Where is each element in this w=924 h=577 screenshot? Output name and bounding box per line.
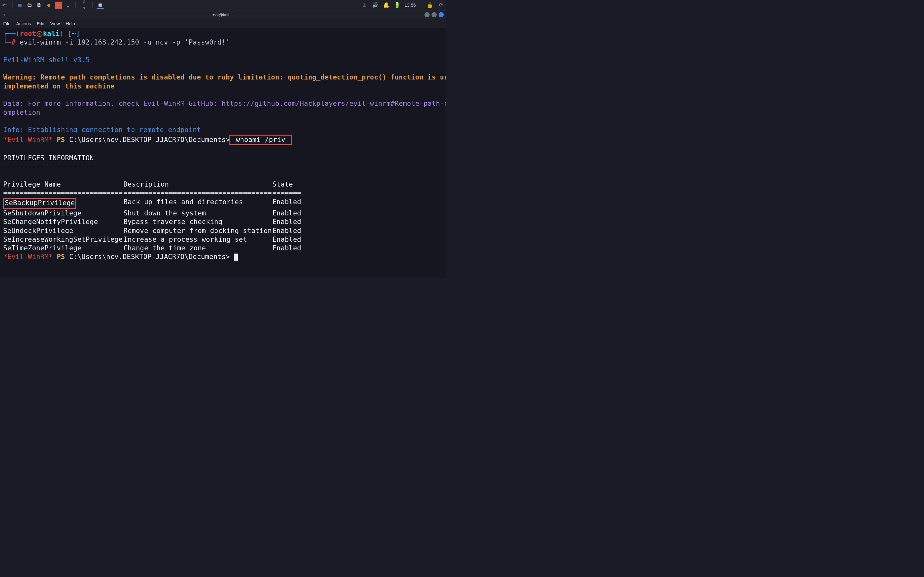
priv-desc: Remove computer from docking station: [124, 227, 272, 235]
rule-name: =============================: [3, 189, 124, 197]
evil-winrm-prompt: *Evil-WinRM*: [3, 136, 53, 143]
minimize-button[interactable]: [425, 12, 430, 17]
skull-icon: ㉿: [36, 30, 43, 37]
separator: [75, 2, 76, 8]
rule-desc: ====================================: [124, 189, 272, 197]
table-row: SeTimeZonePrivilegeChange the time zoneE…: [3, 244, 443, 253]
dropdown-icon[interactable]: ⌄: [65, 2, 71, 9]
red-app-icon[interactable]: ▪: [55, 2, 62, 9]
priv-name: SeUndockPrivilege: [3, 227, 124, 235]
taskbar-right: ⎚ 🔊 🔔 🔋 13:56 🔒 ⟳: [361, 2, 444, 9]
notification-icon[interactable]: 🔔: [383, 2, 390, 9]
evil-winrm-prompt: *Evil-WinRM*: [3, 253, 53, 261]
menu-help[interactable]: Help: [66, 21, 75, 26]
prompt-host: kali: [43, 30, 59, 37]
maximize-button[interactable]: [431, 12, 437, 17]
battery-icon[interactable]: 🔋: [394, 2, 401, 9]
table-row: SeShutdownPrivilegeShut down the systemE…: [3, 209, 443, 218]
table-header-row: Privilege NameDescriptionState: [3, 180, 443, 189]
terminal-output[interactable]: ┌──(root㉿kali)-[~] └─# evil-winrm -i 192…: [0, 28, 446, 263]
lock-icon[interactable]: 🔒: [426, 2, 433, 9]
priv-state: Enabled: [272, 198, 301, 209]
file-manager-icon[interactable]: 🗀: [26, 2, 33, 9]
clock[interactable]: 13:56: [405, 3, 416, 8]
priv-state: Enabled: [272, 244, 301, 253]
warning-text: Warning: Remote path completions is disa…: [3, 73, 446, 90]
window-titlebar[interactable]: ❐ root@kali: ~: [0, 10, 446, 19]
highlighted-command: whoami /priv: [229, 135, 292, 145]
priv-desc: Bypass traverse checking: [124, 218, 272, 226]
window-controls: [425, 12, 444, 17]
menu-edit[interactable]: Edit: [37, 21, 44, 26]
priv-desc: Increase a process working set: [124, 235, 272, 244]
priv-state: Enabled: [272, 235, 301, 244]
volume-icon[interactable]: 🔊: [372, 2, 379, 9]
banner-text: Evil-WinRM shell v3.5: [3, 56, 90, 64]
terminal-window-icon[interactable]: ▣: [97, 2, 103, 9]
table-row: SeChangeNotifyPrivilegeBypass traverse c…: [3, 218, 443, 226]
rule-state: =======: [272, 189, 301, 197]
header-state: State: [272, 180, 293, 189]
priv-state: Enabled: [272, 218, 301, 226]
priv-state: Enabled: [272, 227, 301, 235]
prompt-bracket: ┌──(: [3, 30, 19, 37]
prompt-user: root: [19, 30, 36, 37]
priv-name: SeShutdownPrivilege: [3, 209, 124, 218]
header-name: Privilege Name: [3, 180, 124, 189]
record-icon[interactable]: ⎚: [361, 2, 368, 9]
table-row: SeIncreaseWorkingSetPrivilegeIncrease a …: [3, 235, 443, 244]
desktop-taskbar: ▦ 🗀 🗎 ● ▪ ⌄ 1234 ▣ ⎚ 🔊 🔔 🔋 13:56 🔒 ⟳: [0, 0, 446, 10]
kali-logo-icon[interactable]: [1, 2, 8, 9]
ps-path: C:\Users\ncv.DESKTOP-JJACR7O\Documents>: [69, 136, 230, 143]
prompt-hash: #: [11, 39, 16, 46]
ps-label: PS: [53, 253, 69, 261]
separator: [92, 2, 93, 8]
window-title: root@kali: ~: [212, 13, 234, 17]
terminal-window: ❐ root@kali: ~ File Actions Edit View He…: [0, 10, 446, 278]
priv-desc: Shut down the system: [124, 209, 272, 218]
power-icon[interactable]: ⟳: [437, 2, 444, 9]
header-desc: Description: [124, 180, 272, 189]
terminal-icon: ❐: [2, 12, 5, 17]
prompt-close: )-[: [59, 30, 72, 37]
priv-name: SeIncreaseWorkingSetPrivilege: [3, 235, 124, 244]
close-button[interactable]: [439, 12, 444, 17]
data-text: Data: For more information, check Evil-W…: [3, 100, 446, 116]
priv-desc: Back up files and directories: [124, 198, 272, 209]
menu-view[interactable]: View: [50, 21, 60, 26]
ps-label: PS: [53, 136, 69, 143]
priv-state: Enabled: [272, 209, 301, 218]
command-text: evil-winrm -i 192.168.242.150 -u ncv -p …: [16, 39, 230, 46]
prompt-end: ]: [76, 30, 80, 37]
app-manager-icon[interactable]: ▦: [16, 2, 23, 9]
separator: [421, 2, 421, 8]
firefox-icon[interactable]: ●: [45, 2, 52, 9]
table-row: SeUndockPrivilegeRemove computer from do…: [3, 227, 443, 235]
menu-file[interactable]: File: [3, 21, 11, 26]
menu-actions[interactable]: Actions: [16, 21, 31, 26]
priv-name: SeTimeZonePrivilege: [3, 244, 124, 253]
priv-name: SeChangeNotifyPrivilege: [3, 218, 124, 226]
table-body: SeBackupPrivilegeBack up files and direc…: [3, 198, 443, 253]
table-rule-row: ============================= ==========…: [3, 189, 443, 197]
separator: [12, 2, 13, 8]
prompt-line2: └─: [3, 39, 11, 46]
priv-desc: Change the time zone: [124, 244, 272, 253]
prompt-path: ~: [72, 30, 76, 37]
priv-name: SeBackupPrivilege: [3, 198, 124, 209]
workspace-2[interactable]: 2: [79, 0, 89, 5]
document-icon[interactable]: 🗎: [36, 2, 43, 9]
table-row: SeBackupPrivilegeBack up files and direc…: [3, 198, 443, 209]
info-text: Info: Establishing connection to remote …: [3, 126, 201, 134]
cursor: [234, 253, 238, 261]
section-header: PRIVILEGES INFORMATION: [3, 154, 94, 162]
section-underline: ----------------------: [3, 163, 94, 171]
ps-path: C:\Users\ncv.DESKTOP-JJACR7O\Documents>: [69, 253, 234, 261]
terminal-menubar: File Actions Edit View Help: [0, 19, 446, 28]
